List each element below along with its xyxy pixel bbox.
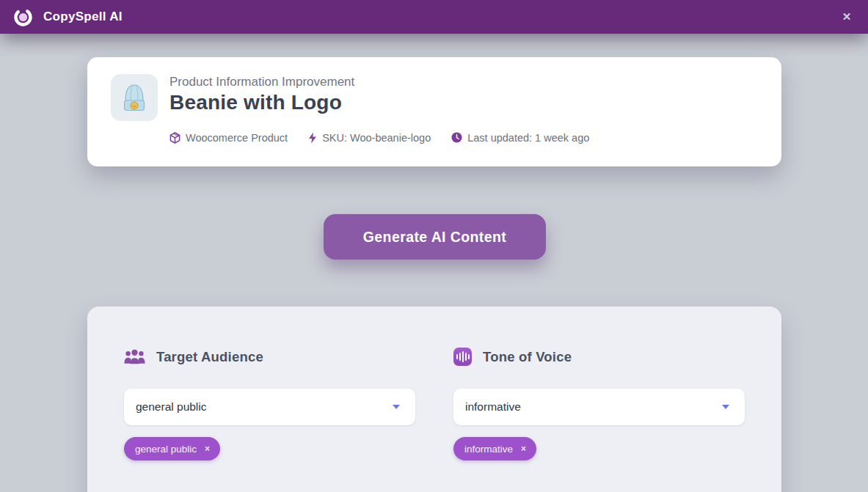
meta-last-updated-label: Last updated: 1 week ago xyxy=(467,132,589,144)
tone-of-voice-select[interactable]: informative xyxy=(453,389,745,425)
meta-last-updated: Last updated: 1 week ago xyxy=(451,132,589,144)
waveform-icon xyxy=(453,348,472,366)
target-audience-title: Target Audience xyxy=(156,349,263,365)
copyspell-logo-icon xyxy=(12,7,34,28)
product-text-block: Product Information Improvement Beanie w… xyxy=(169,74,589,144)
close-icon[interactable]: ✕ xyxy=(838,8,856,26)
tone-of-voice-tags: informative × xyxy=(453,437,745,460)
chevron-down-icon xyxy=(722,405,729,409)
target-audience-header: Target Audience xyxy=(124,348,415,366)
users-icon xyxy=(124,349,145,364)
remove-tag-icon[interactable]: × xyxy=(205,444,210,453)
cube-icon xyxy=(169,132,180,144)
audience-tag-label: general public xyxy=(135,444,197,455)
meta-product-type: Woocomerce Product xyxy=(169,132,288,144)
app-window: CopySpell AI ✕ Product Information Impro… xyxy=(0,0,868,492)
tone-tag: informative × xyxy=(453,437,536,460)
target-audience-select[interactable]: general public xyxy=(124,389,415,425)
meta-sku-label: SKU: Woo-beanie-logo xyxy=(322,132,431,144)
generate-ai-content-button[interactable]: Generate AI Content xyxy=(324,214,546,260)
remove-tag-icon[interactable]: × xyxy=(521,444,526,453)
app-title: CopySpell AI xyxy=(43,10,123,24)
beanie-image xyxy=(120,81,149,114)
product-subtitle: Product Information Improvement xyxy=(169,74,589,89)
product-card: Product Information Improvement Beanie w… xyxy=(87,57,781,166)
target-audience-selected-value: general public xyxy=(136,400,207,414)
meta-product-type-label: Woocomerce Product xyxy=(186,132,288,144)
tone-of-voice-selected-value: informative xyxy=(465,400,521,414)
chevron-down-icon xyxy=(393,405,400,409)
target-audience-tags: general public × xyxy=(124,437,415,460)
tone-tag-label: informative xyxy=(464,444,513,455)
product-title: Beanie with Logo xyxy=(169,90,589,115)
target-audience-section: Target Audience general public general p… xyxy=(124,348,415,492)
settings-panel: Target Audience general public general p… xyxy=(87,306,781,492)
audience-tag: general public × xyxy=(124,437,220,460)
product-thumbnail xyxy=(111,74,158,121)
tone-of-voice-title: Tone of Voice xyxy=(483,349,572,365)
lightning-icon xyxy=(308,132,317,144)
product-meta-row: Woocomerce Product SKU: Woo-beanie-logo … xyxy=(169,132,589,144)
tone-of-voice-section: Tone of Voice informative informative × xyxy=(453,348,745,492)
tone-of-voice-header: Tone of Voice xyxy=(453,348,745,366)
clock-icon xyxy=(451,132,462,143)
meta-sku: SKU: Woo-beanie-logo xyxy=(308,132,431,144)
header-bar: CopySpell AI ✕ xyxy=(0,0,868,34)
